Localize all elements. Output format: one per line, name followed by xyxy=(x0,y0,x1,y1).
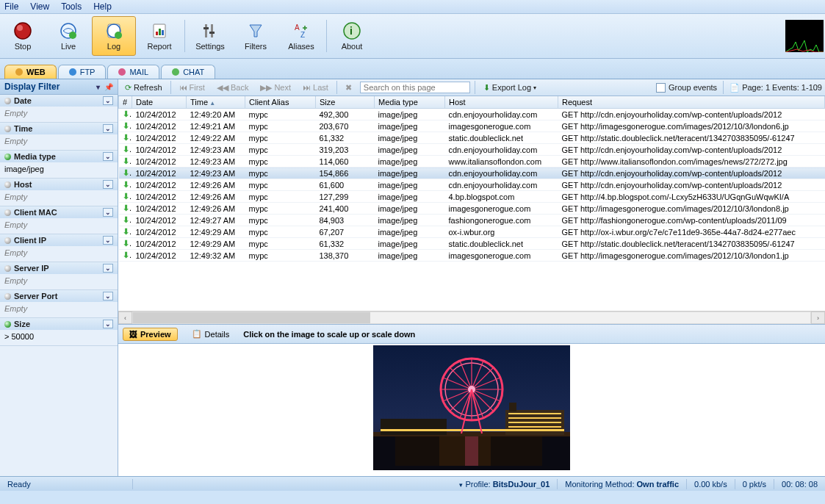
filter-head-clientip[interactable]: Client IP⌄ xyxy=(0,234,118,246)
aliases-button[interactable]: AZAliases xyxy=(279,16,323,56)
filter-media[interactable]: Media type⌄image/jpeg xyxy=(0,151,118,179)
filter-head-host[interactable]: Host⌄ xyxy=(0,179,118,190)
chevron-down-icon[interactable]: ⌄ xyxy=(103,292,113,300)
cell-request: GET http://www.italiansoflondon.com/imag… xyxy=(558,156,825,168)
filter-time[interactable]: Time⌄Empty xyxy=(0,123,118,151)
preview-image[interactable] xyxy=(373,345,570,470)
filter-head-serverport[interactable]: Server Port⌄ xyxy=(0,290,118,302)
table-row[interactable]: ⬇10/24/201212:49:21 AMmypc203,670image/j… xyxy=(119,120,825,132)
table-row[interactable]: ⬇10/24/201212:49:23 AMmypc154,866image/j… xyxy=(119,168,825,179)
table-row[interactable]: ⬇10/24/201212:49:20 AMmypc492,300image/j… xyxy=(119,109,825,120)
filter-head-clientmac[interactable]: Client MAC⌄ xyxy=(0,206,118,218)
first-button[interactable]: ⏮First xyxy=(176,82,209,93)
col-date[interactable]: Date xyxy=(132,96,187,109)
menu-help[interactable]: Help xyxy=(93,1,112,12)
scroll-left-icon[interactable]: ‹ xyxy=(118,312,132,324)
search-input[interactable] xyxy=(360,82,470,93)
filter-head-media[interactable]: Media type⌄ xyxy=(0,151,118,162)
stop-button[interactable]: Stop xyxy=(1,16,45,56)
display-filter-title: Display Filter ▾ 📌 xyxy=(0,79,118,95)
details-tab[interactable]: 📋Details xyxy=(185,327,237,341)
next-button[interactable]: ▶▶Next xyxy=(256,82,295,94)
filter-clientmac[interactable]: Client MAC⌄Empty xyxy=(0,206,118,234)
preview-tab[interactable]: 🖼Preview xyxy=(123,328,178,341)
about-button[interactable]: iAbout xyxy=(330,16,374,56)
last-button[interactable]: ⏭Last xyxy=(299,82,332,93)
download-icon: ⬇ xyxy=(123,180,132,189)
cell-alias: mypc xyxy=(245,250,316,262)
status-monitoring: Monitoring Method: Own traffic xyxy=(558,479,687,489)
chevron-down-icon[interactable]: ⌄ xyxy=(103,124,113,133)
chevron-down-icon[interactable]: ⌄ xyxy=(103,320,113,328)
col-time[interactable]: Time xyxy=(187,96,245,109)
filter-serverport[interactable]: Server Port⌄Empty xyxy=(0,290,118,318)
chevron-down-icon[interactable]: ⌄ xyxy=(103,96,113,105)
chevron-down-icon[interactable]: ⌄ xyxy=(103,152,113,161)
table-row[interactable]: ⬇10/24/201212:49:29 AMmypc67,207image/jp… xyxy=(119,226,825,238)
back-button[interactable]: ◀◀Back xyxy=(213,82,252,94)
table-row[interactable]: ⬇10/24/201212:49:23 AMmypc319,203image/j… xyxy=(119,144,825,156)
table-row[interactable]: ⬇10/24/201212:49:29 AMmypc61,332image/jp… xyxy=(119,238,825,250)
col-host[interactable]: Host xyxy=(445,96,558,109)
status-profile[interactable]: ▾ Profile: BitsDuJour_01 xyxy=(452,479,558,489)
filter-head-time[interactable]: Time⌄ xyxy=(0,123,118,134)
events-grid[interactable]: #DateTimeClient AliasSizeMedia typeHostR… xyxy=(118,96,825,311)
filters-button[interactable]: Filters xyxy=(234,16,278,56)
svg-point-3 xyxy=(69,32,76,39)
report-button[interactable]: Report xyxy=(137,16,181,56)
settings-button[interactable]: Settings xyxy=(188,16,232,56)
chevron-down-icon[interactable]: ⌄ xyxy=(103,180,113,189)
toolbar-label: About xyxy=(342,42,363,51)
filter-label: Client IP xyxy=(14,236,46,245)
filter-host[interactable]: Host⌄Empty xyxy=(0,179,118,206)
col-request[interactable]: Request xyxy=(558,96,825,109)
chevron-down-icon[interactable]: ⌄ xyxy=(103,236,113,245)
preview-pane[interactable] xyxy=(118,344,825,476)
page-icon: 📄 xyxy=(729,83,740,92)
table-row[interactable]: ⬇10/24/201212:49:32 AMmypc138,370image/j… xyxy=(119,250,825,262)
log-button[interactable]: Log xyxy=(92,16,136,56)
col--[interactable]: # xyxy=(119,96,132,109)
cell-size: 319,203 xyxy=(316,144,375,156)
col-size[interactable]: Size xyxy=(316,96,375,109)
tab-web[interactable]: WEB xyxy=(4,65,57,79)
filter-head-date[interactable]: Date⌄ xyxy=(0,95,118,107)
menu-file[interactable]: File xyxy=(4,1,18,12)
back-icon: ◀◀ xyxy=(217,83,228,93)
scroll-right-icon[interactable]: › xyxy=(811,312,825,324)
table-row[interactable]: ⬇10/24/201212:49:26 AMmypc61,600image/jp… xyxy=(119,179,825,191)
tab-ftp[interactable]: FTP xyxy=(58,65,107,79)
menu-view[interactable]: View xyxy=(30,1,49,12)
cell-media: image/jpeg xyxy=(375,144,445,156)
filter-serverip[interactable]: Server IP⌄Empty xyxy=(0,262,118,290)
chevron-down-icon[interactable]: ⌄ xyxy=(103,208,113,217)
tab-chat[interactable]: CHAT xyxy=(161,65,215,79)
cell-media: image/jpeg xyxy=(375,238,445,250)
live-button[interactable]: Live xyxy=(46,16,90,56)
panel-controls[interactable]: ▾ 📌 xyxy=(96,83,113,91)
preview-toolbar: 🖼Preview 📋Details Click on the image to … xyxy=(118,324,825,344)
table-row[interactable]: ⬇10/24/201212:49:27 AMmypc84,903image/jp… xyxy=(119,215,825,226)
col-client-alias[interactable]: Client Alias xyxy=(245,96,316,109)
filter-size[interactable]: Size⌄> 50000 xyxy=(0,318,118,346)
table-row[interactable]: ⬇10/24/201212:49:22 AMmypc61,332image/jp… xyxy=(119,132,825,144)
cell-alias: mypc xyxy=(245,215,316,226)
filter-clientip[interactable]: Client IP⌄Empty xyxy=(0,234,118,262)
export-button[interactable]: ⬇Export Log▾ xyxy=(480,82,540,94)
table-row[interactable]: ⬇10/24/201212:49:23 AMmypc114,060image/j… xyxy=(119,156,825,168)
table-row[interactable]: ⬇10/24/201212:49:26 AMmypc127,299image/j… xyxy=(119,191,825,203)
group-events-toggle[interactable]: Group events xyxy=(656,83,717,93)
horizontal-scrollbar[interactable]: ‹ › xyxy=(118,311,825,324)
chevron-down-icon[interactable]: ⌄ xyxy=(103,264,113,273)
refresh-button[interactable]: ⟳Refresh xyxy=(121,82,166,94)
filter-head-size[interactable]: Size⌄ xyxy=(0,318,118,330)
table-row[interactable]: ⬇10/24/201212:49:26 AMmypc241,400image/j… xyxy=(119,203,825,215)
delete-button[interactable]: ✖ xyxy=(342,82,356,94)
cell-size: 114,060 xyxy=(316,156,375,168)
menu-tools[interactable]: Tools xyxy=(61,1,82,12)
tab-mail[interactable]: MAIL xyxy=(107,65,159,79)
col-media-type[interactable]: Media type xyxy=(375,96,445,109)
filter-date[interactable]: Date⌄Empty xyxy=(0,95,118,123)
delete-icon: ✖ xyxy=(345,83,352,93)
filter-head-serverip[interactable]: Server IP⌄ xyxy=(0,262,118,274)
